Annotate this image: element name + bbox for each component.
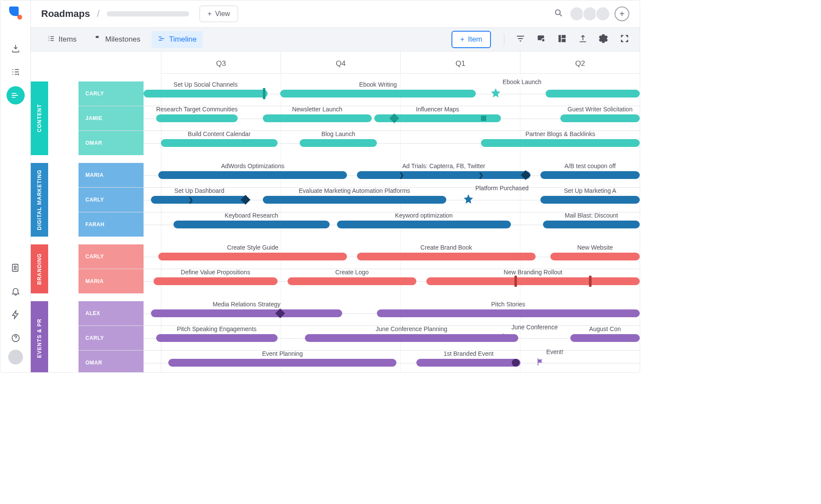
items-icon (47, 35, 55, 45)
timeline-bar[interactable]: Evaluate Marketing Automation Platforms (263, 196, 446, 204)
tick-marker[interactable] (589, 276, 592, 287)
tab-label: Items (59, 35, 77, 44)
tab-milestones[interactable]: Milestones (88, 31, 147, 48)
tick-marker[interactable] (263, 88, 265, 99)
timeline-bar[interactable]: Set Up Dashboard (151, 196, 248, 204)
timeline-bar[interactable]: New Branding Rollout (426, 277, 640, 285)
export-icon[interactable] (578, 34, 588, 45)
milestone-star[interactable]: Ebook Launch (490, 87, 501, 100)
timeline-bar[interactable]: Build Content Calendar (161, 139, 278, 147)
timeline-bar[interactable]: Create Logo (288, 277, 416, 285)
timeline-bar[interactable]: Partner Blogs & Backlinks (481, 139, 640, 147)
breadcrumb-placeholder (107, 11, 189, 16)
timeline-bar[interactable]: Newsletter Launch (263, 114, 372, 122)
row-track: AdWords OptimizationsAd Trials: Capterra… (144, 163, 640, 187)
avatar[interactable] (569, 7, 584, 21)
link-icon[interactable] (536, 34, 546, 45)
milestone-label: Ebook Launch (503, 78, 542, 85)
tick-marker[interactable] (481, 116, 486, 121)
timeline-bar[interactable]: Mail Blast: Discount (543, 221, 640, 228)
avatar[interactable] (582, 7, 597, 21)
milestone-flag[interactable]: June Conference (501, 332, 510, 344)
page-title: Roadmaps (41, 8, 90, 20)
svg-point-1 (14, 266, 16, 268)
tick-marker[interactable] (514, 276, 517, 287)
breadcrumb-separator: / (97, 8, 99, 20)
rail-notifications-icon[interactable] (7, 282, 25, 300)
bar-label: Mail Blast: Discount (565, 212, 618, 219)
rail-import-icon[interactable] (7, 39, 25, 58)
tab-items[interactable]: Items (41, 31, 83, 48)
timeline-bar[interactable]: Media Relations Strategy (151, 309, 342, 317)
timeline-bar[interactable]: 1st Branded Event (416, 359, 520, 367)
bar-label: Blog Launch (321, 130, 355, 137)
rail-contacts-icon[interactable] (7, 259, 25, 277)
timeline-bar[interactable] (546, 90, 640, 98)
add-item-label: Item (468, 35, 482, 44)
dot-marker[interactable] (512, 359, 520, 367)
bar-label: Create Brand Book (420, 244, 472, 251)
rail-activity-icon[interactable] (7, 306, 25, 324)
bar-label: June Conference Planning (376, 325, 447, 332)
timeline-bar[interactable]: Create Brand Book (357, 253, 536, 260)
fullscreen-icon[interactable] (620, 34, 629, 45)
rail-help-icon[interactable] (7, 329, 25, 347)
timeline-bar[interactable]: Keyboard Research (173, 221, 330, 228)
quarter-header: Q3 (161, 52, 281, 73)
svg-rect-8 (562, 39, 566, 42)
timeline-bar[interactable]: Pitch Speaking Engagements (156, 334, 278, 342)
filter-icon[interactable] (516, 34, 525, 45)
bar-label: Partner Blogs & Backlinks (525, 130, 595, 137)
bar-label: Create Style Guide (227, 244, 278, 251)
app-logo (9, 7, 22, 20)
avatar[interactable] (595, 7, 610, 21)
timeline-bar[interactable]: Set Up Marketing A (540, 196, 640, 204)
timeline-row: CARLYSet Up Dashboard❯Evaluate Marketing… (79, 187, 640, 212)
timeline-bar[interactable]: Pitch Stories (377, 309, 640, 317)
timeline-bar[interactable]: New Website (550, 253, 640, 260)
timeline-row: OMARBuild Content CalendarBlog LaunchPar… (79, 130, 640, 155)
bar-label: Influencer Maps (416, 106, 459, 113)
rail-user-avatar[interactable] (8, 350, 23, 364)
timeline-bar[interactable]: AdWords Optimizations (158, 171, 347, 179)
bar-label: AdWords Optimizations (221, 163, 285, 169)
timeline-bar[interactable]: A/B test coupon off (540, 171, 640, 179)
bar-label: Set Up Marketing A (564, 187, 616, 194)
timeline-bar[interactable]: August Con (570, 334, 640, 342)
timeline-bar[interactable]: Define Value Propositions (154, 277, 278, 285)
timeline-bar[interactable]: Ebook Writing (280, 90, 476, 98)
milestone-label: June Conference (511, 324, 558, 331)
milestone-star[interactable]: Platform Purchased (463, 193, 474, 206)
row-track: Media Relations StrategyPitch Stories (144, 301, 640, 325)
layout-icon[interactable] (557, 34, 567, 45)
toolbar-actions (504, 34, 629, 45)
timeline-bar[interactable]: Research Target Communities (156, 114, 238, 122)
bar-label: Set Up Social Channels (173, 81, 238, 88)
bar-label: Event Planning (262, 350, 303, 357)
avatar-group (571, 7, 610, 21)
add-member-button[interactable]: + (615, 7, 629, 21)
subnav: ItemsMilestonesTimeline +Item (31, 27, 640, 52)
timeline-bar[interactable]: Guest Writer Solicitation (560, 114, 640, 122)
search-icon[interactable] (554, 8, 563, 20)
topbar: Roadmaps / +View + (31, 0, 640, 27)
settings-icon[interactable] (599, 34, 608, 45)
row-track: Set Up Dashboard❯Evaluate Marketing Auto… (144, 188, 640, 212)
tab-timeline[interactable]: Timeline (152, 31, 203, 48)
timeline-bar[interactable]: Blog Launch (300, 139, 376, 147)
timeline-row: MARIAAdWords OptimizationsAd Trials: Cap… (79, 163, 640, 187)
add-item-button[interactable]: +Item (451, 31, 491, 48)
chevron-icon: ❯ (478, 172, 484, 179)
timeline-bar[interactable]: Keyword optimization (337, 221, 510, 228)
timeline-bar[interactable]: June Conference Planning (305, 334, 518, 342)
milestone-flag[interactable]: Event! (536, 357, 545, 368)
timeline-bar[interactable]: Create Style Guide (158, 253, 347, 260)
timeline-bar[interactable]: Ad Trials: Capterra, FB, Twitter (357, 171, 530, 179)
timeline-bar[interactable]: Event Planning (168, 359, 396, 367)
add-view-button[interactable]: +View (200, 6, 239, 22)
group-digital-marketing: DIGITAL MARKETINGMARIAAdWords Optimizati… (79, 163, 640, 237)
bar-label: Build Content Calendar (188, 130, 251, 137)
rail-timeline-icon[interactable] (7, 86, 25, 104)
rail-list-icon[interactable] (7, 63, 25, 81)
timeline-bar[interactable]: Set Up Social Channels (144, 90, 268, 98)
